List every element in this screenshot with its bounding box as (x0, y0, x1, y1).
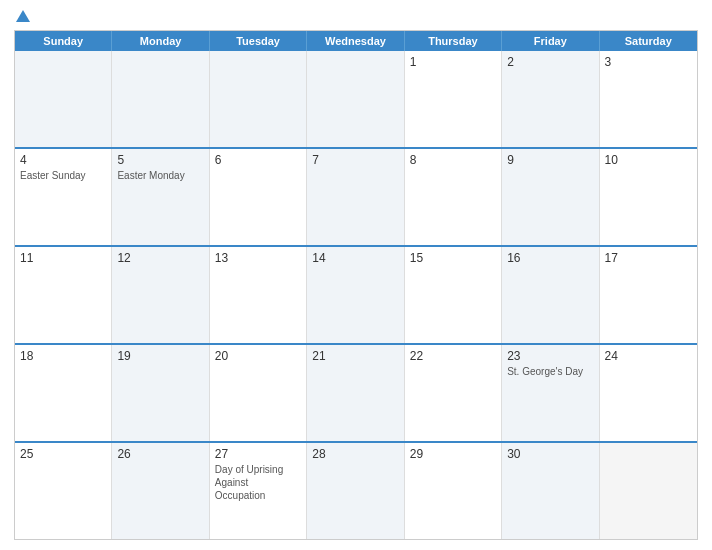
cal-cell: 25 (15, 443, 112, 539)
cal-cell: 8 (405, 149, 502, 245)
cal-cell: 18 (15, 345, 112, 441)
cal-cell: 29 (405, 443, 502, 539)
week-row-3: 11121314151617 (15, 245, 697, 343)
event-label: St. George's Day (507, 365, 593, 378)
day-number: 23 (507, 349, 593, 363)
cal-cell: 27Day of Uprising Against Occupation (210, 443, 307, 539)
cal-cell: 21 (307, 345, 404, 441)
day-number: 29 (410, 447, 496, 461)
calendar-header: SundayMondayTuesdayWednesdayThursdayFrid… (15, 31, 697, 51)
day-number: 20 (215, 349, 301, 363)
cal-cell: 4Easter Sunday (15, 149, 112, 245)
event-label: Easter Sunday (20, 169, 106, 182)
day-number: 2 (507, 55, 593, 69)
day-header-thursday: Thursday (405, 31, 502, 51)
cal-cell (210, 51, 307, 147)
week-row-5: 252627Day of Uprising Against Occupation… (15, 441, 697, 539)
week-row-2: 4Easter Sunday5Easter Monday678910 (15, 147, 697, 245)
cal-cell: 6 (210, 149, 307, 245)
day-header-friday: Friday (502, 31, 599, 51)
day-number: 7 (312, 153, 398, 167)
cal-cell: 9 (502, 149, 599, 245)
cal-cell: 16 (502, 247, 599, 343)
day-header-wednesday: Wednesday (307, 31, 404, 51)
day-number: 24 (605, 349, 692, 363)
day-number: 9 (507, 153, 593, 167)
cal-cell: 2 (502, 51, 599, 147)
calendar: SundayMondayTuesdayWednesdayThursdayFrid… (14, 30, 698, 540)
event-label: Easter Monday (117, 169, 203, 182)
cal-cell (307, 51, 404, 147)
page: SundayMondayTuesdayWednesdayThursdayFrid… (0, 0, 712, 550)
cal-cell: 3 (600, 51, 697, 147)
day-number: 16 (507, 251, 593, 265)
header (14, 10, 698, 22)
cal-cell: 11 (15, 247, 112, 343)
cal-cell: 13 (210, 247, 307, 343)
day-header-saturday: Saturday (600, 31, 697, 51)
cal-cell: 7 (307, 149, 404, 245)
cal-cell: 1 (405, 51, 502, 147)
day-number: 22 (410, 349, 496, 363)
day-number: 4 (20, 153, 106, 167)
day-number: 25 (20, 447, 106, 461)
cal-cell: 26 (112, 443, 209, 539)
day-number: 10 (605, 153, 692, 167)
day-number: 1 (410, 55, 496, 69)
day-number: 30 (507, 447, 593, 461)
cal-cell (600, 443, 697, 539)
cal-cell: 12 (112, 247, 209, 343)
week-row-1: 123 (15, 51, 697, 147)
cal-cell: 5Easter Monday (112, 149, 209, 245)
day-number: 8 (410, 153, 496, 167)
calendar-body: 1234Easter Sunday5Easter Monday678910111… (15, 51, 697, 539)
day-number: 28 (312, 447, 398, 461)
day-number: 18 (20, 349, 106, 363)
day-number: 19 (117, 349, 203, 363)
cal-cell: 23St. George's Day (502, 345, 599, 441)
day-number: 15 (410, 251, 496, 265)
day-number: 5 (117, 153, 203, 167)
logo (14, 10, 30, 22)
day-number: 3 (605, 55, 692, 69)
cal-cell: 19 (112, 345, 209, 441)
logo-triangle-icon (16, 10, 30, 22)
day-header-tuesday: Tuesday (210, 31, 307, 51)
day-number: 12 (117, 251, 203, 265)
day-number: 13 (215, 251, 301, 265)
cal-cell: 20 (210, 345, 307, 441)
cal-cell: 22 (405, 345, 502, 441)
cal-cell (112, 51, 209, 147)
day-number: 27 (215, 447, 301, 461)
day-number: 26 (117, 447, 203, 461)
day-number: 11 (20, 251, 106, 265)
cal-cell: 30 (502, 443, 599, 539)
cal-cell: 15 (405, 247, 502, 343)
day-number: 21 (312, 349, 398, 363)
cal-cell: 14 (307, 247, 404, 343)
day-number: 6 (215, 153, 301, 167)
cal-cell: 28 (307, 443, 404, 539)
day-number: 14 (312, 251, 398, 265)
day-number: 17 (605, 251, 692, 265)
cal-cell: 17 (600, 247, 697, 343)
cal-cell: 10 (600, 149, 697, 245)
day-header-sunday: Sunday (15, 31, 112, 51)
cal-cell (15, 51, 112, 147)
event-label: Day of Uprising Against Occupation (215, 463, 301, 502)
day-header-monday: Monday (112, 31, 209, 51)
cal-cell: 24 (600, 345, 697, 441)
week-row-4: 181920212223St. George's Day24 (15, 343, 697, 441)
